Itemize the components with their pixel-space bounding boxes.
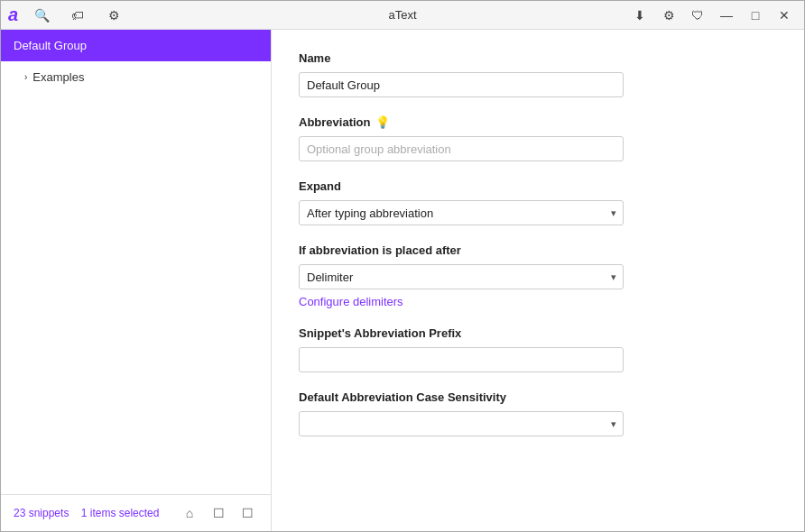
settings-icon[interactable]: ⚙ — [656, 3, 681, 28]
home-icon[interactable]: ⌂ — [179, 502, 200, 524]
tag-icon[interactable]: 🏷 — [65, 3, 90, 28]
abbreviation-section: Abbreviation 💡 — [299, 115, 777, 161]
download-icon[interactable]: ⬇ — [627, 3, 652, 28]
sidebar-footer: 23 snippets 1 items selected ⌂ ☐ ☐ — [1, 494, 271, 531]
expand-select[interactable]: After typing abbreviation Immediately Ne… — [299, 200, 624, 225]
case-sensitivity-select[interactable] — [299, 411, 624, 436]
app-title: aText — [388, 8, 416, 22]
group-icon[interactable]: ⚙ — [101, 3, 126, 28]
prefix-label: Snippet's Abbreviation Prefix — [299, 326, 777, 340]
minimize-button[interactable]: — — [714, 3, 739, 28]
if-abbr-select[interactable]: Delimiter Any character Beginning of wor… — [299, 264, 624, 289]
main-layout: Default Group › Examples 23 snippets 1 i… — [1, 30, 804, 531]
sidebar-item-label: Examples — [32, 70, 84, 84]
selected-count: 1 items selected — [81, 507, 160, 519]
sidebar-item-examples[interactable]: › Examples — [1, 61, 271, 93]
title-bar-right: ⬇ ⚙ 🛡 — □ ✕ — [627, 3, 797, 28]
configure-delimiters-link[interactable]: Configure delimiters — [299, 295, 403, 308]
title-bar-left: a 🔍 🏷 ⚙ — [8, 3, 126, 28]
chevron-right-icon: › — [24, 72, 27, 82]
if-abbr-section: If abbreviation is placed after Delimite… — [299, 243, 777, 308]
expand-select-wrapper: After typing abbreviation Immediately Ne… — [299, 200, 624, 225]
search-icon[interactable]: 🔍 — [29, 3, 54, 28]
hint-icon: 💡 — [375, 115, 390, 129]
snippet-count: 23 snippets — [14, 507, 69, 519]
if-abbr-label: If abbreviation is placed after — [299, 243, 777, 257]
prefix-input[interactable] — [299, 347, 624, 372]
name-label: Name — [299, 51, 777, 65]
new-file-icon[interactable]: ☐ — [208, 502, 229, 524]
sidebar-item-label: Default Group — [14, 39, 87, 52]
title-bar: a 🔍 🏷 ⚙ aText ⬇ ⚙ 🛡 — □ ✕ — [1, 1, 804, 30]
expand-label: Expand — [299, 179, 777, 193]
folder-icon[interactable]: ☐ — [236, 502, 258, 524]
app-logo: a — [8, 5, 18, 25]
maximize-button[interactable]: □ — [743, 3, 768, 28]
footer-icons: ⌂ ☐ ☐ — [179, 502, 258, 524]
name-input[interactable] — [299, 72, 624, 97]
footer-info: 23 snippets 1 items selected — [14, 507, 159, 519]
if-abbr-select-wrapper: Delimiter Any character Beginning of wor… — [299, 264, 624, 289]
case-sensitivity-select-wrapper: ▾ — [299, 411, 624, 436]
name-section: Name — [299, 51, 777, 97]
shield-icon[interactable]: 🛡 — [685, 3, 710, 28]
sidebar: Default Group › Examples 23 snippets 1 i… — [1, 30, 272, 531]
content-area: Name Abbreviation 💡 Expand After typing … — [272, 30, 804, 531]
abbreviation-label: Abbreviation 💡 — [299, 115, 777, 129]
expand-section: Expand After typing abbreviation Immedia… — [299, 179, 777, 225]
close-button[interactable]: ✕ — [772, 3, 797, 28]
abbreviation-input[interactable] — [299, 136, 624, 161]
case-sensitivity-section: Default Abbreviation Case Sensitivity ▾ — [299, 390, 777, 436]
sidebar-item-default-group[interactable]: Default Group — [1, 30, 271, 61]
prefix-section: Snippet's Abbreviation Prefix — [299, 326, 777, 372]
case-sensitivity-label: Default Abbreviation Case Sensitivity — [299, 390, 777, 404]
